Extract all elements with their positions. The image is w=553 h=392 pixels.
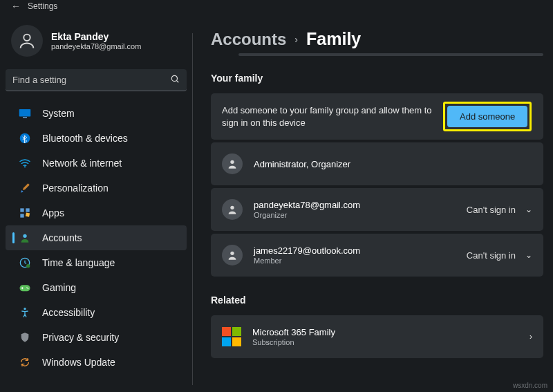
- breadcrumb: Accounts › Family: [211, 29, 543, 49]
- user-name: Ekta Pandey: [51, 31, 141, 42]
- member-role: Organizer: [254, 211, 467, 219]
- main-content: Accounts › Family Your family Add someon…: [193, 12, 553, 392]
- accessibility-icon: [19, 306, 31, 319]
- nav-label: Privacy & security: [42, 332, 180, 343]
- nav-label: Network & internet: [42, 158, 180, 169]
- family-member-row[interactable]: james22179@outlook.com Member Can't sign…: [211, 234, 543, 277]
- chevron-right-icon: ›: [529, 332, 532, 342]
- person-icon: [222, 245, 243, 265]
- m365-family-row[interactable]: Microsoft 365 Family Subscription ›: [211, 315, 543, 358]
- wifi-icon: [19, 157, 31, 169]
- highlight-annotation: Add someone: [443, 102, 532, 131]
- sidebar-item-personalization[interactable]: Personalization: [6, 176, 187, 200]
- svg-point-19: [230, 206, 234, 209]
- nav-label: System: [42, 108, 180, 119]
- svg-rect-3: [19, 109, 31, 117]
- sidebar-item-privacy[interactable]: Privacy & security: [6, 325, 187, 350]
- shield-icon: [19, 331, 31, 344]
- member-status: Can't sign in: [467, 250, 516, 261]
- gaming-icon: [19, 281, 31, 294]
- user-email: pandeyekta78@gmail.com: [51, 42, 141, 50]
- search-box[interactable]: [6, 69, 187, 91]
- chevron-right-icon: ›: [294, 34, 298, 45]
- monitor-icon: [19, 107, 31, 120]
- member-name: james22179@outlook.com: [254, 245, 467, 256]
- person-icon: [222, 199, 243, 220]
- breadcrumb-parent[interactable]: Accounts: [211, 30, 286, 49]
- bluetooth-icon: [19, 132, 31, 144]
- nav-label: Accounts: [42, 232, 180, 243]
- svg-point-20: [230, 252, 234, 255]
- svg-rect-10: [26, 213, 30, 217]
- nav-label: Accessibility: [42, 307, 180, 318]
- back-icon[interactable]: ←: [11, 1, 21, 12]
- search-input[interactable]: [12, 75, 170, 85]
- admin-label: Administrator, Organizer: [254, 159, 532, 169]
- add-someone-button[interactable]: Add someone: [447, 106, 527, 127]
- section-title-related: Related: [211, 295, 543, 306]
- nav-list: System Bluetooth & devices Network & int…: [6, 101, 187, 375]
- m365-sub: Subscription: [252, 338, 529, 346]
- sidebar-item-update[interactable]: Windows Update: [6, 350, 187, 375]
- clock-icon: [19, 256, 31, 269]
- sidebar-item-time-language[interactable]: Time & language: [6, 250, 187, 275]
- m365-title: Microsoft 365 Family: [252, 327, 529, 337]
- sidebar: Ekta Pandey pandeyekta78@gmail.com Syste…: [0, 12, 192, 392]
- nav-label: Bluetooth & devices: [42, 133, 180, 144]
- sidebar-item-apps[interactable]: Apps: [6, 200, 187, 225]
- sidebar-item-network[interactable]: Network & internet: [6, 151, 187, 176]
- sidebar-item-bluetooth[interactable]: Bluetooth & devices: [6, 126, 187, 151]
- svg-point-11: [23, 234, 26, 238]
- svg-rect-7: [20, 208, 24, 212]
- svg-point-16: [28, 288, 29, 290]
- nav-label: Gaming: [42, 282, 180, 293]
- section-title-family: Your family: [211, 73, 543, 84]
- sidebar-item-accounts[interactable]: Accounts: [6, 225, 187, 250]
- nav-label: Time & language: [42, 257, 180, 268]
- nav-label: Apps: [42, 207, 180, 218]
- svg-rect-4: [23, 117, 27, 118]
- add-family-text: Add someone to your family group and all…: [222, 104, 443, 129]
- nav-label: Windows Update: [42, 357, 180, 368]
- admin-row[interactable]: Administrator, Organizer: [211, 142, 543, 185]
- svg-point-18: [230, 160, 234, 164]
- chevron-down-icon[interactable]: ⌄: [525, 250, 532, 260]
- member-status: Can't sign in: [467, 205, 516, 215]
- svg-point-0: [24, 35, 30, 41]
- app-title: Settings: [28, 1, 57, 11]
- svg-point-13: [26, 264, 30, 268]
- svg-point-17: [24, 308, 26, 310]
- add-family-card: Add someone to your family group and all…: [211, 93, 543, 140]
- account-icon: [19, 232, 31, 244]
- sidebar-item-gaming[interactable]: Gaming: [6, 275, 187, 300]
- user-block[interactable]: Ekta Pandey pandeyekta78@gmail.com: [6, 12, 187, 69]
- watermark: wsxdn.com: [513, 382, 547, 389]
- svg-rect-8: [26, 208, 29, 212]
- sidebar-item-system[interactable]: System: [6, 101, 187, 126]
- brush-icon: [19, 182, 31, 194]
- nav-label: Personalization: [42, 183, 180, 194]
- family-member-row[interactable]: pandeyekta78@gmail.com Organizer Can't s…: [211, 188, 543, 231]
- update-icon: [19, 356, 31, 368]
- svg-rect-9: [20, 214, 24, 217]
- scrollbar-hint: [238, 53, 543, 56]
- sidebar-item-accessibility[interactable]: Accessibility: [6, 300, 187, 325]
- svg-point-15: [26, 287, 28, 288]
- member-name: pandeyekta78@gmail.com: [254, 200, 467, 210]
- microsoft-logo-icon: [222, 327, 241, 346]
- chevron-down-icon[interactable]: ⌄: [525, 205, 532, 214]
- svg-line-2: [176, 80, 178, 82]
- search-icon: [170, 74, 180, 86]
- member-role: Member: [254, 256, 467, 265]
- svg-point-6: [24, 166, 26, 167]
- avatar: [11, 25, 43, 57]
- person-icon: [222, 153, 243, 174]
- svg-point-1: [171, 75, 177, 81]
- apps-icon: [19, 207, 31, 219]
- breadcrumb-current: Family: [306, 29, 361, 49]
